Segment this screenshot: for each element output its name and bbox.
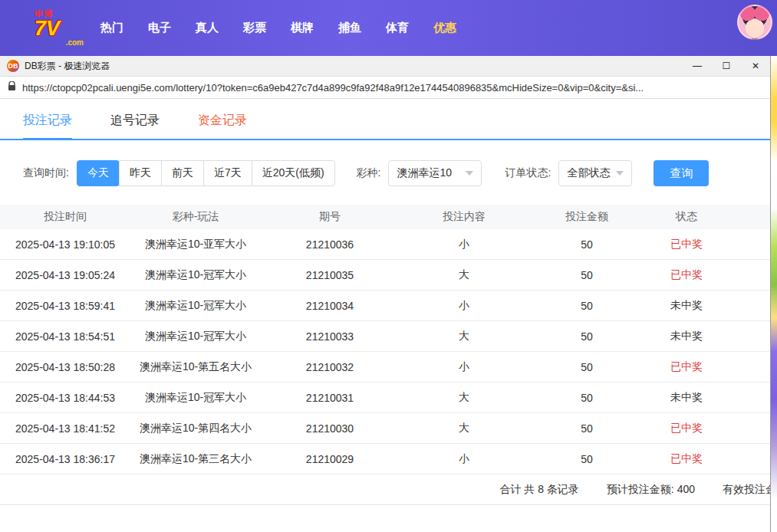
address-bar[interactable]: https://ctopcp02pcali.uengi5e.com/lotter… <box>0 77 770 99</box>
cell-issue-no: 21210035 <box>261 269 399 281</box>
header-cell-5: 投注金额 <box>529 210 644 224</box>
summary-expected-amount: 预计投注金额: 400 <box>607 483 695 497</box>
cell-bet-content: 小 <box>399 452 529 466</box>
filter-bar: 查询时间: 今天昨天前天近7天近20天(低频) 彩种: 澳洲幸运10 订单状态:… <box>0 140 770 205</box>
cell-bet-amount: 50 <box>529 392 644 404</box>
summary-valid-amount: 有效投注金额 <box>723 483 770 497</box>
table-row: 2025-04-13 18:36:17澳洲幸运10-第三名大小21210029小… <box>0 444 770 475</box>
time-filter-label: 查询时间: <box>23 166 69 180</box>
cell-bet-time: 2025-04-13 18:41:52 <box>0 422 130 435</box>
nav-item-4[interactable]: 彩票 <box>243 21 266 35</box>
cell-game-play: 澳洲幸运10-第三名大小 <box>130 452 261 466</box>
cell-game-play: 澳洲幸运10-第五名大小 <box>130 360 261 374</box>
maximize-icon[interactable]: ☐ <box>712 56 741 77</box>
cell-bet-time: 2025-04-13 19:10:05 <box>0 238 130 251</box>
cell-status: 已中奖 <box>644 360 729 374</box>
cell-bet-amount: 50 <box>529 453 644 465</box>
close-icon[interactable]: ✕ <box>741 56 770 77</box>
time-filter-option-1[interactable]: 今天 <box>77 160 120 186</box>
cell-issue-no: 21210034 <box>261 300 399 312</box>
cell-game-play: 澳洲幸运10-冠军大小 <box>130 391 261 405</box>
cell-status: 已中奖 <box>644 422 729 435</box>
cell-bet-content: 小 <box>399 238 529 251</box>
nav-item-6[interactable]: 捕鱼 <box>338 21 361 35</box>
cell-issue-no: 21210031 <box>261 392 399 404</box>
cell-game-play: 澳洲幸运10-冠军大小 <box>130 330 261 343</box>
cell-issue-no: 21210029 <box>261 453 399 465</box>
cell-bet-time: 2025-04-13 19:05:24 <box>0 269 130 281</box>
nav-item-5[interactable]: 棋牌 <box>291 21 314 35</box>
cell-issue-no: 21210036 <box>261 238 399 251</box>
time-filter-group: 今天昨天前天近7天近20天(低频) <box>77 160 335 186</box>
logo-suffix-text: .com <box>66 39 84 47</box>
time-filter-option-3[interactable]: 前天 <box>161 160 204 186</box>
cell-bet-content: 大 <box>399 422 529 435</box>
browser-window: DB DB彩票 - 极速浏览器 — ☐ ✕ https://ctopcp02pc… <box>0 56 771 532</box>
cell-status: 未中奖 <box>644 299 729 313</box>
table-row: 2025-04-13 19:05:24澳洲幸运10-冠军大小21210035大5… <box>0 260 770 291</box>
tab-chase-records[interactable]: 追号记录 <box>110 113 160 139</box>
cell-bet-amount: 50 <box>529 422 644 435</box>
cell-issue-no: 21210032 <box>261 361 399 373</box>
user-avatar[interactable] <box>737 5 772 40</box>
site-logo[interactable]: 申博 7V .com <box>35 10 84 47</box>
cell-bet-time: 2025-04-13 18:50:28 <box>0 361 130 373</box>
cell-bet-amount: 50 <box>529 238 644 251</box>
lock-icon <box>8 80 16 94</box>
header-cell-3: 期号 <box>261 210 399 224</box>
cell-status: 已中奖 <box>644 238 729 251</box>
table-row: 2025-04-13 18:59:41澳洲幸运10-冠军大小21210034小5… <box>0 291 770 321</box>
nav-item-8[interactable]: 优惠 <box>433 21 456 35</box>
nav-item-2[interactable]: 电子 <box>148 21 171 35</box>
order-status-select[interactable]: 全部状态 <box>558 160 632 186</box>
chevron-down-icon <box>616 171 624 176</box>
background-page-strip <box>771 56 777 532</box>
header-cell-4: 投注内容 <box>399 210 529 224</box>
cell-bet-time: 2025-04-13 18:54:51 <box>0 330 130 343</box>
chevron-down-icon <box>466 171 473 176</box>
nav-item-7[interactable]: 体育 <box>386 21 409 35</box>
cell-bet-content: 大 <box>399 391 529 405</box>
time-filter-option-4[interactable]: 近7天 <box>203 160 252 186</box>
summary-total-records: 合计 共 8 条记录 <box>499 483 578 497</box>
lottery-select-value: 澳洲幸运10 <box>397 166 452 180</box>
cell-bet-time: 2025-04-13 18:44:53 <box>0 392 130 404</box>
browser-titlebar[interactable]: DB DB彩票 - 极速浏览器 — ☐ ✕ <box>0 56 770 77</box>
cell-bet-content: 小 <box>399 299 529 313</box>
site-nav: 申博 7V .com 热门电子真人彩票棋牌捕鱼体育优惠 <box>0 0 777 56</box>
lottery-select[interactable]: 澳洲幸运10 <box>388 160 482 186</box>
time-filter-option-5[interactable]: 近20天(低频) <box>252 160 335 186</box>
header-cell-6: 状态 <box>644 210 729 224</box>
cell-bet-amount: 50 <box>529 269 644 281</box>
cell-bet-time: 2025-04-13 18:59:41 <box>0 300 130 312</box>
lottery-filter-label: 彩种: <box>357 166 381 180</box>
table-row: 2025-04-13 18:54:51澳洲幸运10-冠军大小21210033大5… <box>0 321 770 352</box>
minimize-icon[interactable]: — <box>683 56 712 77</box>
table-row: 2025-04-13 18:41:52澳洲幸运10-第四名大小21210030大… <box>0 413 770 444</box>
window-title: DB彩票 - 极速浏览器 <box>25 60 110 73</box>
tab-bet-records[interactable]: 投注记录 <box>23 113 72 139</box>
cell-game-play: 澳洲幸运10-冠军大小 <box>130 268 261 282</box>
time-filter-option-2[interactable]: 昨天 <box>119 160 162 186</box>
order-status-value: 全部状态 <box>567 166 610 180</box>
nav-item-1[interactable]: 热门 <box>100 21 123 35</box>
url-text[interactable]: https://ctopcp02pcali.uengi5e.com/lotter… <box>22 82 644 94</box>
tab-fund-records[interactable]: 资金记录 <box>198 113 247 139</box>
record-tabs: 投注记录 追号记录 资金记录 <box>0 99 770 140</box>
window-controls: — ☐ ✕ <box>683 56 770 77</box>
table-row: 2025-04-13 19:10:05澳洲幸运10-亚军大小21210036小5… <box>0 229 770 260</box>
cell-bet-amount: 50 <box>529 330 644 343</box>
header-cell-2: 彩种-玩法 <box>130 210 261 224</box>
cell-game-play: 澳洲幸运10-亚军大小 <box>130 238 261 251</box>
header-cell-1: 投注时间 <box>0 210 130 224</box>
cell-status: 未中奖 <box>644 391 729 405</box>
cell-bet-amount: 50 <box>529 361 644 373</box>
nav-item-3[interactable]: 真人 <box>196 21 219 35</box>
search-button[interactable]: 查询 <box>654 160 709 186</box>
cell-game-play: 澳洲幸运10-冠军大小 <box>130 299 261 313</box>
cell-issue-no: 21210033 <box>261 330 399 343</box>
bet-table-body: 2025-04-13 19:10:05澳洲幸运10-亚军大小21210036小5… <box>0 229 770 475</box>
cell-status: 已中奖 <box>644 268 729 282</box>
cell-status: 未中奖 <box>644 330 729 343</box>
browser-app-icon: DB <box>7 60 19 72</box>
